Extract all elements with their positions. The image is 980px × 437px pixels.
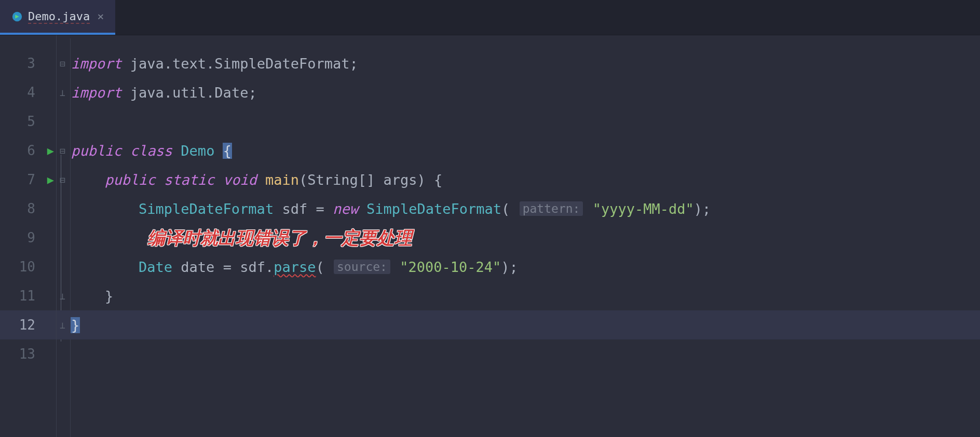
- run-gutter-icon[interactable]: ▶: [47, 173, 54, 186]
- line-number: 10: [0, 252, 56, 281]
- line-number-gutter: 3 4 5 6▶ 7▶ 8 9 10 11 12 13: [0, 35, 56, 437]
- inlay-hint: pattern:: [520, 201, 583, 216]
- line-number: 9: [0, 223, 56, 252]
- line-number: 12: [0, 310, 56, 339]
- line-number: 6▶: [0, 136, 56, 165]
- fold-end-icon[interactable]: ⊥: [60, 320, 65, 331]
- line-number: 5: [0, 107, 56, 136]
- code-line: ⊟ public static void main(String[] args)…: [57, 165, 980, 194]
- user-annotation: 编译时就出现错误了，一定要处理: [147, 226, 412, 250]
- caret-highlight: {: [223, 143, 232, 159]
- line-number: 3: [0, 49, 56, 78]
- file-tab[interactable]: Demo.java ×: [0, 0, 115, 35]
- fold-icon[interactable]: ⊟: [60, 58, 65, 69]
- code-line: Date date = sdf.parse( source: "2000-10-…: [57, 252, 980, 281]
- tab-bar: Demo.java ×: [0, 0, 980, 35]
- code-line: ⊥ }: [57, 310, 980, 339]
- line-number: 4: [0, 78, 56, 107]
- caret-match-brace: }: [71, 317, 80, 333]
- error-underline[interactable]: parse: [274, 259, 316, 275]
- code-line: ⊥ import java.util.Date;: [57, 78, 980, 107]
- line-number: 11: [0, 281, 56, 310]
- code-line: [57, 38, 980, 49]
- code-line: SimpleDateFormat sdf = new SimpleDateFor…: [57, 194, 980, 223]
- close-tab-icon[interactable]: ×: [97, 10, 104, 23]
- java-file-icon: [11, 11, 23, 22]
- inlay-hint: source:: [334, 260, 390, 274]
- line-number: 7▶: [0, 165, 56, 194]
- fold-icon[interactable]: ⊟: [60, 174, 65, 185]
- line-number: [0, 38, 56, 49]
- run-gutter-icon[interactable]: ▶: [47, 144, 54, 157]
- code-line: 编译时就出现错误了，一定要处理: [57, 223, 980, 252]
- code-line: ⊟ public class Demo {: [57, 136, 980, 165]
- code-content[interactable]: ⊟ import java.text.SimpleDateFormat; ⊥ i…: [56, 35, 980, 437]
- line-number: 8: [0, 194, 56, 223]
- code-line: ⊟ import java.text.SimpleDateFormat;: [57, 49, 980, 78]
- line-number: 13: [0, 339, 56, 368]
- code-line: ⊥ }: [57, 281, 980, 310]
- code-line: [57, 107, 980, 136]
- tab-filename: Demo.java: [28, 10, 90, 23]
- fold-icon[interactable]: ⊟: [60, 145, 65, 156]
- code-editor[interactable]: 3 4 5 6▶ 7▶ 8 9 10 11 12 13 ⊟ import jav…: [0, 35, 980, 437]
- fold-end-icon[interactable]: ⊥: [60, 87, 65, 98]
- fold-end-icon[interactable]: ⊥: [60, 291, 65, 302]
- code-line: [57, 339, 980, 368]
